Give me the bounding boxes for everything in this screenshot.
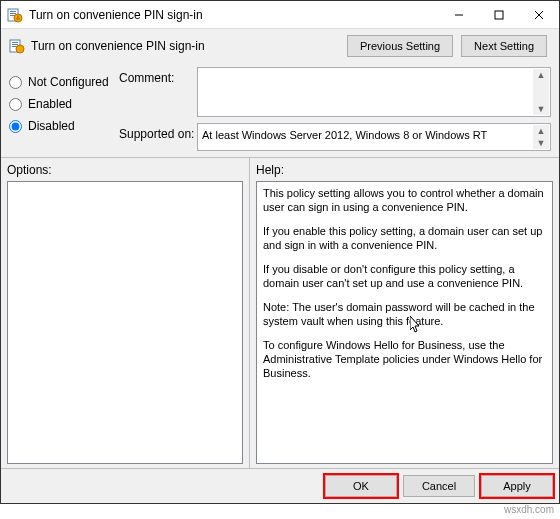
close-button[interactable] bbox=[519, 1, 559, 28]
help-paragraph: If you enable this policy setting, a dom… bbox=[263, 224, 546, 252]
scroll-down-icon[interactable]: ▼ bbox=[533, 103, 549, 115]
radio-not-configured[interactable]: Not Configured bbox=[9, 75, 119, 89]
help-paragraph: Note: The user's domain password will be… bbox=[263, 300, 546, 328]
config-area: Not Configured Enabled Disabled Comment:… bbox=[1, 67, 559, 157]
supported-on-value: At least Windows Server 2012, Windows 8 … bbox=[202, 129, 487, 141]
comment-scrollbar[interactable]: ▲▼ bbox=[533, 69, 549, 115]
svg-rect-1 bbox=[10, 11, 16, 12]
scroll-down-icon[interactable]: ▼ bbox=[533, 137, 549, 149]
help-paragraph: This policy setting allows you to contro… bbox=[263, 186, 546, 214]
radio-enabled-input[interactable] bbox=[9, 98, 22, 111]
ok-button[interactable]: OK bbox=[325, 475, 397, 497]
svg-point-15 bbox=[16, 45, 24, 53]
help-pane: Help: This policy setting allows you to … bbox=[249, 158, 559, 468]
window-title: Turn on convenience PIN sign-in bbox=[29, 8, 439, 22]
radio-enabled[interactable]: Enabled bbox=[9, 97, 119, 111]
supported-on-field: At least Windows Server 2012, Windows 8 … bbox=[197, 123, 551, 151]
comment-field[interactable]: ▲▼ bbox=[197, 67, 551, 117]
radio-enabled-label: Enabled bbox=[28, 97, 72, 111]
radio-disabled[interactable]: Disabled bbox=[9, 119, 119, 133]
svg-rect-8 bbox=[495, 11, 503, 19]
next-setting-button[interactable]: Next Setting bbox=[461, 35, 547, 57]
help-label: Help: bbox=[250, 158, 559, 181]
svg-rect-2 bbox=[10, 13, 16, 14]
policy-editor-window: Turn on convenience PIN sign-in Turn on … bbox=[0, 0, 560, 504]
policy-icon bbox=[9, 38, 25, 54]
scroll-up-icon[interactable]: ▲ bbox=[533, 125, 549, 137]
options-pane: Options: bbox=[1, 158, 249, 468]
policy-name: Turn on convenience PIN sign-in bbox=[31, 39, 347, 53]
cancel-button[interactable]: Cancel bbox=[403, 475, 475, 497]
header-row: Turn on convenience PIN sign-in Previous… bbox=[1, 29, 559, 67]
watermark: wsxdh.com bbox=[0, 504, 560, 515]
radio-not-configured-input[interactable] bbox=[9, 76, 22, 89]
help-body[interactable]: This policy setting allows you to contro… bbox=[256, 181, 553, 464]
policy-icon bbox=[7, 7, 23, 23]
apply-button[interactable]: Apply bbox=[481, 475, 553, 497]
supported-scrollbar[interactable]: ▲▼ bbox=[533, 125, 549, 149]
maximize-button[interactable] bbox=[479, 1, 519, 28]
scroll-up-icon[interactable]: ▲ bbox=[533, 69, 549, 81]
svg-rect-6 bbox=[16, 18, 20, 19]
radio-disabled-label: Disabled bbox=[28, 119, 75, 133]
minimize-button[interactable] bbox=[439, 1, 479, 28]
footer: OK Cancel Apply bbox=[1, 468, 559, 503]
help-paragraph: If you disable or don't configure this p… bbox=[263, 262, 546, 290]
svg-rect-12 bbox=[12, 42, 18, 43]
options-label: Options: bbox=[1, 158, 249, 181]
radio-disabled-input[interactable] bbox=[9, 120, 22, 133]
title-bar: Turn on convenience PIN sign-in bbox=[1, 1, 559, 29]
previous-setting-button[interactable]: Previous Setting bbox=[347, 35, 453, 57]
supported-on-label: Supported on: bbox=[119, 123, 197, 141]
svg-rect-13 bbox=[12, 44, 18, 45]
options-body bbox=[7, 181, 243, 464]
comment-label: Comment: bbox=[119, 67, 197, 85]
split-panes: Options: Help: This policy setting allow… bbox=[1, 157, 559, 468]
help-paragraph: To configure Windows Hello for Business,… bbox=[263, 338, 546, 380]
radio-not-configured-label: Not Configured bbox=[28, 75, 109, 89]
